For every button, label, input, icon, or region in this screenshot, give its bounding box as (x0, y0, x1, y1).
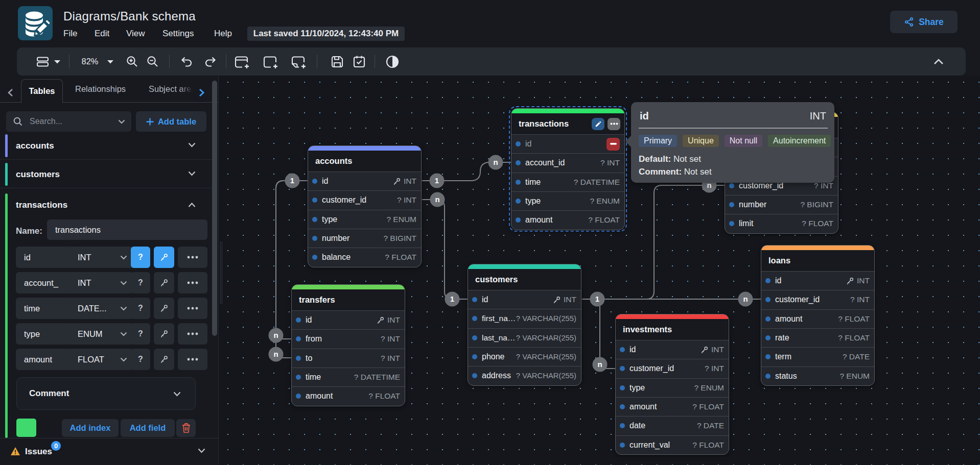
svg-text:n: n (597, 360, 602, 369)
svg-text:n: n (273, 350, 278, 358)
svg-text:n: n (493, 158, 498, 166)
svg-text:n: n (743, 295, 748, 303)
svg-text:1: 1 (435, 176, 439, 185)
svg-text:n: n (273, 331, 278, 339)
svg-text:1: 1 (450, 295, 454, 303)
svg-text:1: 1 (290, 176, 294, 185)
svg-text:n: n (435, 195, 439, 204)
svg-text:1: 1 (595, 295, 599, 303)
